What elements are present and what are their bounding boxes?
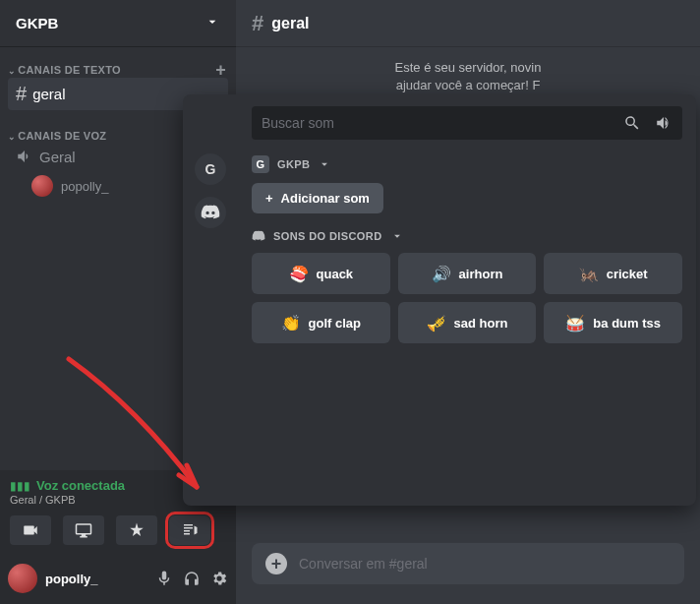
chevron-down-icon: ⌄ <box>8 132 16 142</box>
app-root: GKPB ⌄CANAIS DE TEXTO + # geral ⌄CANAIS … <box>0 0 700 604</box>
soundboard-section-discord: SONS DO DISCORD 🍣quack 🔊airhorn 🦗cricket… <box>252 229 682 343</box>
emoji-icon: 🔊 <box>432 265 451 283</box>
avatar[interactable] <box>8 564 37 593</box>
sound-ba-dum-tss[interactable]: 🥁ba dum tss <box>544 302 682 343</box>
avatar <box>31 175 53 197</box>
emoji-icon: 🍣 <box>289 265 309 283</box>
signal-icon: ▮▮▮ <box>10 479 30 493</box>
soundboard-search-input[interactable] <box>262 115 615 131</box>
section-header[interactable]: G GKPB <box>252 155 682 173</box>
chat-input[interactable]: + <box>252 543 684 584</box>
emoji-icon: 🦗 <box>579 265 599 283</box>
attach-button[interactable]: + <box>265 553 287 574</box>
add-sound-label: Adicionar som <box>281 191 370 206</box>
soundboard-main: G GKPB + Adicionar som SONS DO DISCORD 🍣… <box>238 94 696 506</box>
chevron-down-icon <box>390 229 404 243</box>
soundboard-popup: G G GKPB + Adicionar som <box>183 94 696 506</box>
channel-label: geral <box>32 86 65 102</box>
user-panel: popolly_ <box>0 553 236 604</box>
chevron-down-icon: ⌄ <box>8 66 16 76</box>
sound-sad-horn[interactable]: 🎺sad horn <box>398 302 537 343</box>
speaker-icon <box>16 148 33 165</box>
rail-server-discord[interactable] <box>195 197 226 228</box>
soundboard-button[interactable] <box>169 515 210 545</box>
section-title: SONS DO DISCORD <box>273 230 382 242</box>
hash-icon: # <box>252 11 263 36</box>
video-button[interactable] <box>10 515 51 545</box>
add-channel-button[interactable]: + <box>215 63 226 77</box>
voice-action-buttons <box>10 515 226 545</box>
chat-input-area: + <box>236 543 700 604</box>
sound-cricket[interactable]: 🦗cricket <box>544 253 682 294</box>
soundboard-section-server: G GKPB + Adicionar som <box>252 155 682 213</box>
hash-icon: # <box>16 83 27 105</box>
emoji-icon: 🥁 <box>565 314 585 332</box>
server-name: GKPB <box>16 15 58 31</box>
screenshare-button[interactable] <box>63 515 104 545</box>
chevron-down-icon <box>204 14 220 32</box>
soundboard-server-rail: G <box>183 94 238 506</box>
plus-icon: + <box>265 191 273 206</box>
message-input[interactable] <box>299 556 671 572</box>
category-text[interactable]: ⌄CANAIS DE TEXTO + <box>0 57 236 77</box>
sound-golf-clap[interactable]: 👏golf clap <box>252 302 390 343</box>
chat-header-title: geral <box>271 15 309 32</box>
emoji-icon: 🎺 <box>427 314 446 332</box>
sound-quack[interactable]: 🍣quack <box>252 253 390 294</box>
activities-button[interactable] <box>116 515 157 545</box>
channel-label: Geral <box>39 149 76 165</box>
discord-icon <box>252 229 265 243</box>
sound-airhorn[interactable]: 🔊airhorn <box>398 253 537 294</box>
section-title: GKPB <box>277 158 310 170</box>
mic-icon[interactable] <box>155 570 173 587</box>
chevron-down-icon <box>318 157 331 171</box>
voice-status-label: Voz conectada <box>36 478 125 493</box>
volume-icon[interactable] <box>655 114 672 132</box>
chat-header: # geral <box>236 0 700 47</box>
section-header[interactable]: SONS DO DISCORD <box>252 229 682 243</box>
add-sound-button[interactable]: + Adicionar som <box>252 183 383 213</box>
server-header[interactable]: GKPB <box>0 0 236 47</box>
gear-icon[interactable] <box>210 570 228 587</box>
rail-server-gkpb[interactable]: G <box>195 153 226 185</box>
headphones-icon[interactable] <box>183 570 201 587</box>
search-icon[interactable] <box>623 114 641 132</box>
emoji-icon: 👏 <box>281 314 301 332</box>
username: popolly_ <box>45 572 97 586</box>
voice-user-name: popolly_ <box>61 179 108 194</box>
welcome-message: Este é seu servidor, novin ajudar você a… <box>236 47 700 94</box>
server-badge: G <box>252 155 269 173</box>
sound-grid: 🍣quack 🔊airhorn 🦗cricket 👏golf clap 🎺sad… <box>252 253 682 343</box>
soundboard-search <box>252 106 682 140</box>
